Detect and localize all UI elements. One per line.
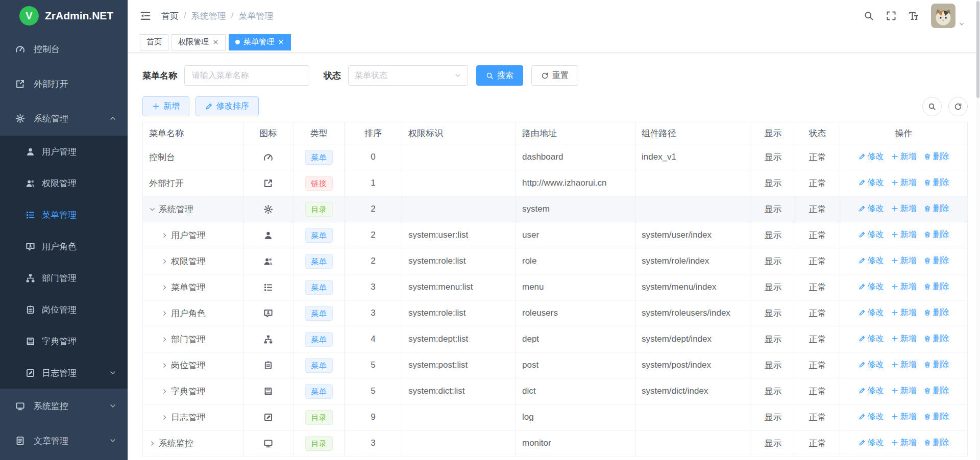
edit-link[interactable]: 修改 [859,282,884,292]
user-avatar[interactable] [931,4,955,28]
menu-name-input[interactable] [184,65,309,86]
close-icon[interactable] [278,39,284,45]
scrollbar-thumb[interactable] [976,1,979,98]
sidebar-item-system-monitor[interactable]: 系统监控 [0,389,128,423]
sidebar-item-log-mgmt[interactable]: 日志管理 [0,357,128,389]
chevron-right-icon[interactable] [161,310,168,317]
search-icon[interactable] [864,11,874,21]
hamburger-icon[interactable] [140,10,151,21]
edit-link[interactable]: 修改 [859,438,884,448]
fullscreen-icon[interactable] [886,11,896,21]
add-link[interactable]: 新增 [891,282,917,292]
edit-link[interactable]: 修改 [859,229,884,240]
sidebar-item-menu-mgmt[interactable]: 菜单管理 [0,199,128,231]
status-value: 正常 [795,144,840,170]
edit-icon [205,103,213,110]
status-select[interactable]: 菜单状态 [348,65,468,86]
close-icon[interactable] [212,39,219,45]
add-link[interactable]: 新增 [891,229,917,240]
chevron-down-icon [109,437,116,444]
delete-link[interactable]: 删除 [924,229,949,240]
edit-link[interactable]: 修改 [859,412,884,422]
delete-link[interactable]: 删除 [924,151,949,162]
delete-link[interactable]: 删除 [924,360,949,370]
trash-icon [924,205,931,212]
edit-icon [859,361,866,368]
add-link[interactable]: 新增 [891,334,917,344]
delete-link[interactable]: 删除 [924,308,949,318]
edit-link[interactable]: 修改 [859,386,884,396]
tab-home[interactable]: 首页 [140,34,168,50]
status-value: 正常 [795,430,840,456]
sidebar-item-system-mgmt[interactable]: 系统管理 [0,101,128,136]
chevron-right-icon[interactable] [161,414,168,421]
table-row: 控制台菜单0dashboardindex_v1显示正常修改新增删除 [143,144,968,170]
add-link[interactable]: 新增 [891,255,917,266]
chevron-right-icon[interactable] [161,336,168,343]
sidebar-item-role-mgmt[interactable]: 权限管理 [0,167,128,199]
sidebar-item-user-role[interactable]: 用户角色 [0,231,128,262]
edit-link[interactable]: 修改 [859,334,884,344]
delete-link[interactable]: 删除 [924,282,949,292]
tab-role-mgmt[interactable]: 权限管理 [172,34,226,50]
visible-value: 显示 [751,144,795,170]
delete-link[interactable]: 删除 [924,255,949,266]
search-button[interactable]: 搜索 [476,65,523,86]
add-link[interactable]: 新增 [891,203,917,214]
font-size-icon[interactable] [909,11,919,21]
edit-icon [859,257,866,264]
chevron-right-icon[interactable] [161,232,168,239]
page-scrollbar[interactable] [976,0,980,460]
delete-link[interactable]: 删除 [924,177,949,188]
add-link[interactable]: 新增 [891,386,917,396]
edit-link[interactable]: 修改 [859,255,884,266]
delete-link[interactable]: 删除 [924,334,949,344]
table-row: 外部打开链接1http://www.izhaorui.cn显示正常修改新增删除 [143,170,968,196]
breadcrumb-item[interactable]: 首页 [161,10,179,22]
visible-value: 显示 [751,352,795,378]
edit-link[interactable]: 修改 [859,360,884,370]
chevron-down-icon[interactable] [149,206,156,213]
edit-link[interactable]: 修改 [859,177,884,188]
search-icon [928,103,936,111]
sidebar-item-post-mgmt[interactable]: 岗位管理 [0,294,128,325]
edit-icon [859,439,866,446]
chevron-right-icon[interactable] [161,362,168,369]
route-value: menu [516,274,635,300]
chevron-right-icon[interactable] [161,388,168,395]
edit-link[interactable]: 修改 [859,203,884,214]
delete-link[interactable]: 删除 [924,412,949,422]
breadcrumb-item[interactable]: 系统管理 [191,10,226,22]
delete-link[interactable]: 删除 [924,203,949,214]
type-tag: 菜单 [305,254,333,269]
delete-link[interactable]: 删除 [924,386,949,396]
add-link[interactable]: 新增 [891,308,917,318]
sort-value: 3 [345,274,402,300]
edit-link[interactable]: 修改 [859,151,884,162]
search-toggle-button[interactable] [922,97,942,116]
refresh-table-button[interactable] [948,97,968,116]
add-link[interactable]: 新增 [891,360,917,370]
add-link[interactable]: 新增 [891,412,917,422]
sidebar-item-dict-mgmt[interactable]: 字典管理 [0,325,128,357]
delete-link[interactable]: 删除 [924,438,949,448]
sidebar-item-dept-mgmt[interactable]: 部门管理 [0,262,128,294]
edit-link[interactable]: 修改 [859,308,884,318]
sidebar-item-external-open[interactable]: 外部打开 [0,66,128,101]
sort-button[interactable]: 修改排序 [195,96,259,116]
add-link[interactable]: 新增 [891,177,917,188]
chevron-right-icon[interactable] [149,440,156,447]
add-link[interactable]: 新增 [891,151,917,162]
chevron-right-icon[interactable] [161,258,168,265]
add-link[interactable]: 新增 [891,438,917,448]
visible-value: 显示 [751,326,795,352]
type-tag: 菜单 [305,384,333,399]
tab-menu-mgmt[interactable]: 菜单管理 [229,34,291,50]
route-value: system [516,196,635,222]
reset-button[interactable]: 重置 [531,65,578,86]
sidebar-item-article-mgmt[interactable]: 文章管理 [0,423,128,458]
sidebar-item-dashboard[interactable]: 控制台 [0,32,128,66]
chevron-right-icon[interactable] [161,284,168,291]
add-button[interactable]: 新增 [142,96,189,116]
sidebar-item-user-mgmt[interactable]: 用户管理 [0,136,128,167]
